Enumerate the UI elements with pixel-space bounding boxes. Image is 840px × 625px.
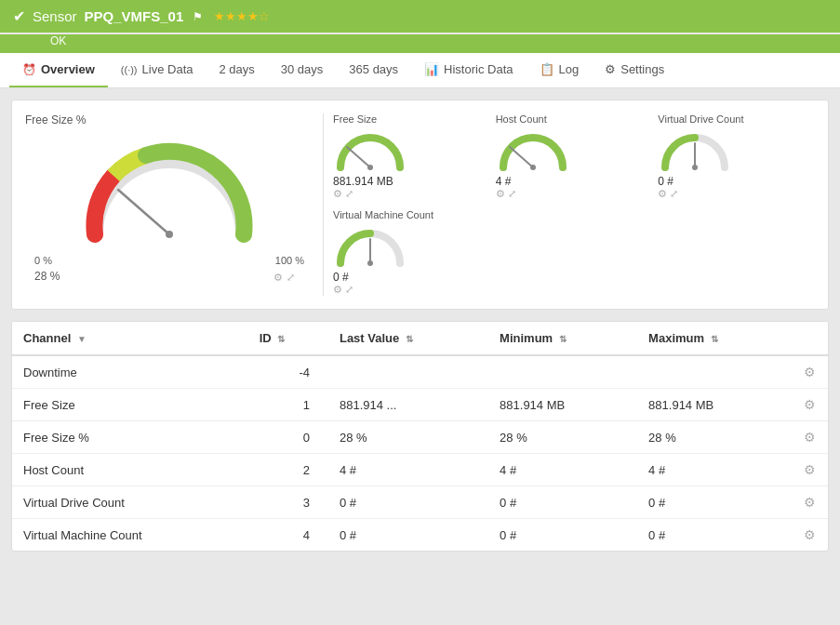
col-id[interactable]: ID ⇅ [248, 322, 328, 355]
host-count-settings-icon[interactable]: ⚙ [496, 188, 505, 200]
virtual-drive-expand-icon[interactable]: ⤢ [670, 188, 678, 200]
free-size-settings-icon[interactable]: ⚙ [333, 188, 342, 200]
free-size-expand-icon[interactable]: ⤢ [345, 188, 353, 200]
tab-log[interactable]: 📋 Log [527, 53, 593, 87]
virtual-machine-count-label: Virtual Machine Count [333, 209, 433, 220]
sensor-name: PPQ_VMFS_01 [85, 8, 184, 24]
cell-maximum: 28 % [637, 421, 791, 454]
svg-point-5 [530, 165, 536, 170]
cell-maximum: 0 # [637, 519, 791, 552]
tab-historic-data[interactable]: 📊 Historic Data [411, 53, 526, 87]
row-settings-icon[interactable]: ⚙ [804, 365, 816, 379]
table-row: Virtual Drive Count 3 0 # 0 # 0 # ⚙ [12, 486, 828, 519]
cell-id: 4 [248, 519, 328, 552]
cell-id: 2 [248, 454, 328, 486]
cell-minimum: 0 # [488, 486, 637, 519]
cell-last-value: 28 % [328, 421, 488, 454]
cell-maximum [637, 355, 791, 389]
row-settings-icon[interactable]: ⚙ [804, 527, 816, 542]
gauge-expand-icon[interactable]: ⤢ [287, 272, 295, 284]
row-settings-icon[interactable]: ⚙ [804, 397, 816, 412]
svg-point-7 [692, 165, 698, 170]
host-count-svg [496, 126, 570, 173]
free-size-controls: ⚙ ⤢ [333, 188, 353, 200]
cell-minimum: 881.914 MB [488, 389, 637, 421]
svg-line-2 [347, 147, 370, 167]
virtual-drive-count-value: 0 # [658, 175, 673, 188]
cell-minimum [488, 355, 637, 389]
free-size-gauge-item: Free Size 881.914 MB ⚙ ⤢ [333, 113, 490, 200]
cell-id: 3 [248, 486, 328, 519]
virtual-drive-count-gauge-item: Virtual Drive Count 0 # ⚙ ⤢ [658, 113, 815, 200]
table-header-row: Channel ▼ ID ⇅ Last Value ⇅ Minimum ⇅ [12, 322, 828, 355]
maximum-sort-icon: ⇅ [711, 334, 718, 344]
log-icon: 📋 [540, 62, 554, 76]
table-row: Free Size % 0 28 % 28 % 28 % ⚙ [12, 421, 828, 454]
tab-365days[interactable]: 365 days [336, 53, 411, 87]
cell-channel: Free Size % [12, 421, 248, 454]
cell-minimum: 4 # [488, 454, 637, 486]
tab-30days[interactable]: 30 days [268, 53, 337, 87]
host-count-controls: ⚙ ⤢ [496, 188, 516, 200]
header: ✔ Sensor PPQ_VMFS_01 ⚑ ★★★★☆ [0, 0, 840, 33]
cell-actions: ⚙ [791, 454, 828, 486]
gauge-min-label: 0 % [34, 255, 52, 266]
col-channel[interactable]: Channel ▼ [12, 322, 248, 355]
settings-icon: ⚙ [605, 62, 616, 76]
table-row: Virtual Machine Count 4 0 # 0 # 0 # ⚙ [12, 519, 828, 552]
host-count-expand-icon[interactable]: ⤢ [508, 188, 516, 200]
cell-actions: ⚙ [791, 389, 828, 421]
free-size-label: Free Size [333, 113, 377, 125]
cell-maximum: 881.914 MB [637, 389, 791, 421]
star-rating: ★★★★☆ [214, 9, 270, 23]
table-row: Free Size 1 881.914 ... 881.914 MB 881.9… [12, 389, 828, 421]
svg-line-4 [510, 147, 533, 167]
small-gauges-grid: Free Size 881.914 MB ⚙ ⤢ Host Co [333, 113, 815, 296]
host-count-gauge-item: Host Count 4 # ⚙ ⤢ [496, 113, 653, 200]
svg-point-1 [166, 231, 173, 238]
svg-point-9 [367, 260, 373, 266]
row-settings-icon[interactable]: ⚙ [804, 462, 816, 477]
cell-channel: Host Count [12, 454, 248, 486]
cell-last-value [328, 355, 488, 389]
cell-maximum: 4 # [637, 454, 791, 486]
virtual-drive-count-controls: ⚙ ⤢ [658, 188, 678, 200]
virtual-drive-count-label: Virtual Drive Count [658, 113, 743, 125]
cell-maximum: 0 # [637, 486, 791, 519]
table-body: Downtime -4 ⚙ Free Size 1 881.914 ... 88… [12, 355, 828, 551]
live-data-icon: ((·)) [121, 64, 138, 75]
cell-channel: Free Size [12, 389, 248, 421]
gauge-settings-icon[interactable]: ⚙ [273, 272, 283, 284]
sensor-label: Sensor [33, 8, 77, 24]
virtual-machine-expand-icon[interactable]: ⤢ [345, 284, 353, 296]
virtual-drive-settings-icon[interactable]: ⚙ [658, 188, 667, 200]
tab-overview[interactable]: ⏰ Overview [9, 53, 108, 87]
virtual-machine-count-gauge-item: Virtual Machine Count 0 # ⚙ ⤢ [333, 209, 490, 296]
cell-actions: ⚙ [791, 421, 828, 454]
host-count-label: Host Count [496, 113, 547, 125]
tab-bar: ⏰ Overview ((·)) Live Data 2 days 30 day… [0, 53, 840, 88]
gauge-current-value: 28 % [34, 270, 60, 283]
channels-table: Channel ▼ ID ⇅ Last Value ⇅ Minimum ⇅ [12, 322, 828, 551]
cell-actions: ⚙ [791, 519, 828, 552]
gauge-controls: ⚙ ⤢ [273, 272, 304, 284]
cell-actions: ⚙ [791, 355, 828, 389]
tab-settings[interactable]: ⚙ Settings [592, 53, 677, 87]
row-settings-icon[interactable]: ⚙ [804, 430, 816, 445]
virtual-machine-count-value: 0 # [333, 271, 349, 284]
tab-live-data[interactable]: ((·)) Live Data [108, 53, 207, 87]
svg-point-3 [367, 165, 373, 170]
cell-id: 1 [248, 389, 328, 421]
col-last-value[interactable]: Last Value ⇅ [328, 322, 488, 355]
col-minimum[interactable]: Minimum ⇅ [488, 322, 637, 355]
row-settings-icon[interactable]: ⚙ [804, 495, 816, 510]
table-row: Host Count 2 4 # 4 # 4 # ⚙ [12, 454, 828, 486]
overview-card: Free Size % [11, 100, 829, 310]
minimum-sort-icon: ⇅ [559, 334, 567, 344]
col-maximum[interactable]: Maximum ⇅ [637, 322, 791, 355]
channel-sort-icon: ▼ [77, 334, 87, 344]
cell-minimum: 0 # [488, 519, 637, 552]
free-size-percent-gauge: Free Size % [25, 113, 313, 284]
tab-2days[interactable]: 2 days [206, 53, 267, 87]
virtual-machine-settings-icon[interactable]: ⚙ [333, 284, 342, 296]
